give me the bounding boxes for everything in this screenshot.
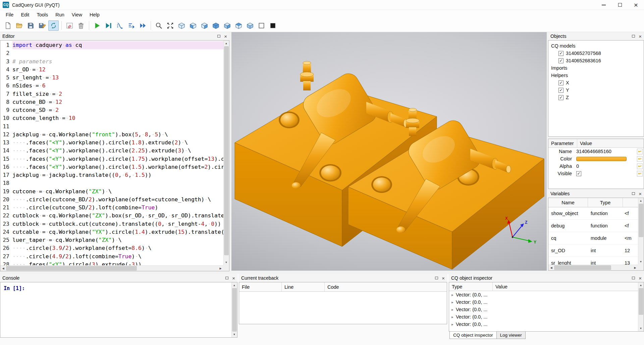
close-panel-button[interactable]: × xyxy=(639,276,642,281)
scroll-down-button[interactable]: ▼ xyxy=(638,259,644,265)
reset-button[interactable]: ↩ xyxy=(637,149,643,154)
parameter-value[interactable] xyxy=(575,157,637,161)
float-panel-button[interactable] xyxy=(225,277,228,279)
console-prompt[interactable]: In [1]: xyxy=(0,282,237,291)
line-code[interactable]: cutblock·=·cutblock.cut(cutcone).transla… xyxy=(12,220,223,228)
view-front-button[interactable] xyxy=(188,20,198,31)
close-button[interactable]: × xyxy=(628,0,644,10)
scrollbar-thumb[interactable] xyxy=(639,288,643,315)
inspector-row[interactable]: ▸Vector: (0.0, ... xyxy=(449,321,638,328)
variables-hscrollbar[interactable]: ◀ ▶ xyxy=(548,265,638,270)
close-panel-button[interactable]: × xyxy=(639,191,642,196)
console-panel-body[interactable]: In [1]: ▲ ▼ xyxy=(0,282,237,338)
console-vscrollbar[interactable]: ▲ ▼ xyxy=(231,282,237,337)
continue-button[interactable] xyxy=(138,20,148,31)
float-panel-button[interactable] xyxy=(632,35,635,38)
new-file-button[interactable] xyxy=(3,20,13,31)
tab-log-viewer[interactable]: Log viewer xyxy=(496,332,526,339)
view-back-button[interactable] xyxy=(199,20,210,31)
3d-viewport[interactable]: X Z Y xyxy=(231,32,547,271)
tab-cq-object-inspector[interactable]: CQ object inspector xyxy=(449,332,497,339)
tree-item[interactable]: ✓Z xyxy=(548,94,644,101)
inspector-row[interactable]: ▸Vector: (0.0, ... xyxy=(449,313,638,321)
line-code[interactable]: ····.circle(cutcone_SD/2).loft(combine=T… xyxy=(12,204,223,212)
checkbox[interactable]: ✓ xyxy=(558,58,564,63)
editor-hscrollbar[interactable]: ◀ ▶ xyxy=(0,265,223,271)
minimize-button[interactable] xyxy=(596,0,612,10)
parameter-value[interactable]: 0 xyxy=(575,163,637,169)
inspector-vscrollbar[interactable]: ▲ ▼ xyxy=(638,282,644,331)
variable-row[interactable]: show_objectfunction<f xyxy=(548,207,638,220)
line-code[interactable]: cutcone_length·=·10 xyxy=(12,114,223,122)
scrollbar-thumb[interactable] xyxy=(6,266,137,271)
variable-row[interactable]: cqmodule<m xyxy=(548,232,638,245)
scroll-down-button[interactable]: ▼ xyxy=(223,260,229,265)
code-editor[interactable]: 1import·cadquery·as·cq23# parameters4sr_… xyxy=(0,41,223,265)
tree-item[interactable]: ✓3140652707568 xyxy=(548,50,644,57)
line-code[interactable]: ····.faces("<Y").workplane().circle(2.25… xyxy=(12,147,223,155)
line-code[interactable] xyxy=(12,49,223,57)
open-file-button[interactable] xyxy=(14,20,24,31)
parameter-value[interactable]: 3140646685160 xyxy=(575,149,637,154)
float-panel-button[interactable] xyxy=(217,35,220,38)
menu-run[interactable]: Run xyxy=(52,11,68,19)
line-code[interactable]: sr_OD·=·12 xyxy=(12,66,223,74)
shaded-button[interactable] xyxy=(268,20,278,31)
scrollbar-thumb[interactable] xyxy=(639,204,643,237)
float-panel-button[interactable] xyxy=(435,277,438,279)
fit-all-button[interactable] xyxy=(165,20,175,31)
scroll-left-button[interactable]: ◀ xyxy=(0,266,6,271)
inspector-row[interactable]: ▸Vector: (0.0, ... xyxy=(449,291,638,298)
menu-view[interactable]: View xyxy=(68,11,86,19)
step-button[interactable] xyxy=(115,20,125,31)
expand-chevron-icon[interactable]: ▸ xyxy=(449,293,456,297)
close-panel-button[interactable]: × xyxy=(232,276,235,281)
checkbox[interactable]: ✓ xyxy=(558,80,564,85)
tree-item[interactable]: ✓X xyxy=(548,79,644,86)
line-code[interactable]: cutcone_BD·=·12 xyxy=(12,98,223,106)
type-column-header[interactable]: Type xyxy=(449,282,493,291)
inspector-row[interactable]: ▸Vector: (0.0, ... xyxy=(449,298,638,306)
wireframe-button[interactable] xyxy=(256,20,267,31)
save-as-button[interactable] xyxy=(37,20,47,31)
line-code[interactable]: fillet_size·=·2 xyxy=(12,90,223,98)
checkbox[interactable]: ✓ xyxy=(558,95,564,100)
line-code[interactable]: sr_lenght·=·13 xyxy=(12,74,223,82)
maximize-button[interactable] xyxy=(612,0,628,10)
reset-button[interactable]: ↩ xyxy=(637,171,643,177)
scroll-up-button[interactable]: ▲ xyxy=(638,198,644,204)
delete-button[interactable] xyxy=(76,20,86,31)
traceback-column-line[interactable]: Line xyxy=(282,282,325,291)
view-bottom-button[interactable] xyxy=(245,20,255,31)
scroll-left-button[interactable]: ◀ xyxy=(548,265,554,271)
traceback-column-file[interactable]: File xyxy=(239,282,282,291)
menu-help[interactable]: Help xyxy=(86,11,103,19)
checkbox[interactable]: ✓ xyxy=(558,88,564,93)
inspector-row[interactable]: ▸Vector: (0.0, ... xyxy=(449,306,638,313)
scroll-right-button[interactable]: ▶ xyxy=(218,266,223,271)
line-code[interactable]: cutcone_SD·=·2 xyxy=(12,106,223,114)
line-code[interactable]: cutcable·=·cq.Workplane("YX").circle(1.4… xyxy=(12,228,223,236)
line-code[interactable]: ····.circle(cutcone_BD/2).workplane(offs… xyxy=(12,196,223,204)
value-column-header[interactable] xyxy=(623,198,638,207)
line-code[interactable]: # parameters xyxy=(12,58,223,66)
line-code[interactable]: cutcone·=·cq.Workplane("ZX")·\ xyxy=(12,188,223,196)
scroll-up-button[interactable]: ▲ xyxy=(223,41,229,46)
view-left-button[interactable] xyxy=(211,20,221,31)
step-next-button[interactable] xyxy=(126,20,137,31)
value-column-header[interactable]: Value xyxy=(577,139,644,147)
line-code[interactable]: luer_taper·=·cq.Workplane("ZX")·\ xyxy=(12,236,223,244)
line-code[interactable] xyxy=(12,123,223,131)
float-panel-button[interactable] xyxy=(632,277,635,279)
line-code[interactable]: import·cadquery·as·cq xyxy=(12,41,223,49)
float-panel-button[interactable] xyxy=(632,192,635,195)
expand-chevron-icon[interactable]: ▸ xyxy=(449,307,456,312)
line-code[interactable]: jackplug·=·jackplug.translate((0,·6,·1.5… xyxy=(12,171,223,179)
value-column-header[interactable]: Value xyxy=(493,282,638,291)
expand-chevron-icon[interactable]: ▸ xyxy=(449,315,456,319)
render-button[interactable] xyxy=(92,20,102,31)
line-code[interactable]: nSides·=·6 xyxy=(12,82,223,90)
close-panel-button[interactable]: × xyxy=(224,34,227,39)
line-code[interactable]: jackplug·=·cq.Workplane("front").box(5,·… xyxy=(12,131,223,139)
editor-vscrollbar[interactable]: ▲ ▼ xyxy=(223,41,229,265)
